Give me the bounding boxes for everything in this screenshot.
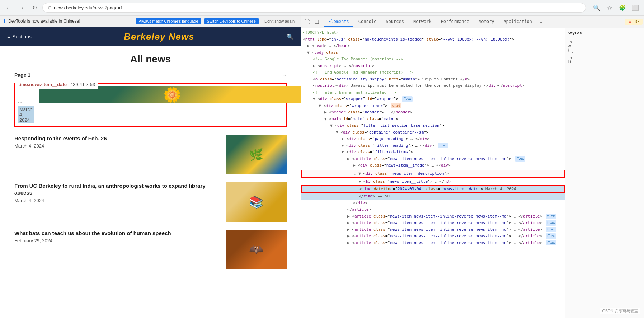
tree-line-noscript2[interactable]: <noscript><div> Javascript must be enabl… xyxy=(301,83,565,89)
forward-button[interactable]: → xyxy=(17,3,27,13)
tab-performance[interactable]: Performance xyxy=(437,17,474,27)
search-icon[interactable]: 🔍 xyxy=(592,3,602,13)
tree-line-time[interactable]: <time datetime="2024-03-04" class="news-… xyxy=(301,185,565,193)
tree-line-article2[interactable]: ▶ <article class="news-item news-item--i… xyxy=(301,213,565,220)
switch-chinese-button[interactable]: Switch DevTools to Chinese xyxy=(204,18,259,24)
styles-content: .n wi { } .n it xyxy=(568,38,642,64)
dont-show-button[interactable]: Don't show again xyxy=(262,18,297,24)
news-item-3-image: 📚 xyxy=(226,182,287,222)
tree-line-doctype[interactable]: <!DOCTYPE html> xyxy=(301,29,565,36)
news-item-3-title[interactable]: From UC Berkeley to rural India, an anth… xyxy=(14,182,220,196)
tree-line-alert-comment[interactable]: <!-- alert banner not activated --> xyxy=(301,89,565,96)
tree-line-gtm-comment[interactable]: <!-- Google Tag Manager (noscript) --> xyxy=(301,56,565,63)
site-title: Berkeley News xyxy=(124,31,194,42)
warning-badge: 🔺 33 xyxy=(625,19,643,25)
tree-line-article-close[interactable]: </article> xyxy=(301,206,565,213)
tree-line-filtered-items[interactable]: ▼ <div class="filtered-items"> xyxy=(301,149,565,156)
tab-network[interactable]: Network xyxy=(409,17,436,27)
devtools-right-panel: Styles .n wi { } .n it xyxy=(565,28,644,318)
tab-memory[interactable]: Memory xyxy=(474,17,498,27)
tree-line-div-close[interactable]: </div> xyxy=(301,200,565,207)
bookmark-icon[interactable]: ☆ xyxy=(605,3,615,13)
site-search-icon[interactable]: 🔍 xyxy=(287,33,294,40)
back-button[interactable]: ← xyxy=(4,3,14,13)
news-item-1-image: 🌼 xyxy=(39,86,301,103)
news-item-2-text: Responding to the events of Feb. 26 Marc… xyxy=(14,135,220,174)
news-item-4-title[interactable]: What bats can teach us about the evoluti… xyxy=(14,230,220,237)
more-tabs-button[interactable]: » xyxy=(537,18,544,26)
news-item-1-title: ... xyxy=(18,97,34,104)
tree-line-news-image[interactable]: ▶ <div class="news-item__image"> … </div… xyxy=(301,162,565,169)
site-content: All news Page 1 → time.news-item__date 4… xyxy=(0,46,301,318)
tree-line-main[interactable]: ▼ <main id="main" class="main"> xyxy=(301,116,565,123)
next-arrow[interactable]: → xyxy=(282,72,287,78)
tree-line-filter-section[interactable]: ▼ <div class="filter-list-section base-s… xyxy=(301,122,565,129)
reload-button[interactable]: ↻ xyxy=(29,3,39,13)
browser-chrome: ← → ↻ ⊙ news.berkeley.edu/news?page=1 🔍 … xyxy=(0,0,644,16)
tree-line-article4[interactable]: ▶ <article class="news-item news-item--i… xyxy=(301,226,565,233)
tree-line-wrapper-inner[interactable]: ▼ <div class="wrapper-inner"> grid xyxy=(301,103,565,109)
tab-sources[interactable]: Sources xyxy=(381,17,408,27)
tree-line-skip-link[interactable]: <a class="accessibility skippy" href="#m… xyxy=(301,76,565,83)
news-item-4-text: What bats can teach us about the evoluti… xyxy=(14,230,220,269)
tree-line-header[interactable]: ▶ <header class="header"> … </header> xyxy=(301,109,565,116)
news-item-2-date: March 4, 2024 xyxy=(14,143,220,149)
tree-line-wrapper[interactable]: ▼ <div class="wrapper" id="wrapper"> fle… xyxy=(301,96,565,103)
news-item-1-date: March 4, 2024 xyxy=(18,106,34,123)
window-icon[interactable]: ⬜ xyxy=(630,3,640,13)
match-language-button[interactable]: Always match Chrome's language xyxy=(136,18,201,24)
sections-menu-button[interactable]: ≡ Sections xyxy=(7,34,32,39)
page-label-row: Page 1 → xyxy=(14,72,287,78)
extensions-icon[interactable]: 🧩 xyxy=(617,3,627,13)
tree-line-head[interactable]: ▶ <head> … </head> xyxy=(301,43,565,50)
inspector-icon[interactable]: ⛶ xyxy=(303,18,311,26)
tooltip-box: time.news-item__date 439.41 × 53 xyxy=(15,80,98,89)
sections-label: Sections xyxy=(12,34,32,39)
tooltip-size: 439.41 × 53 xyxy=(70,82,95,87)
tree-line-time-close[interactable]: </time> == $0 xyxy=(301,193,565,200)
tree-line-page-heading[interactable]: ▶ <div class="page-heading"> … </div> xyxy=(301,136,565,142)
news-item-3: From UC Berkeley to rural India, an anth… xyxy=(14,182,287,222)
address-bar[interactable]: ⊙ news.berkeley.edu/news?page=1 xyxy=(42,3,586,13)
webpage-panel: ℹ DevTools is now available in Chinese! … xyxy=(0,16,301,318)
tooltip-element-name: time.news-item__date xyxy=(18,82,67,87)
news-item-4: What bats can teach us about the evoluti… xyxy=(14,230,287,269)
tab-application[interactable]: Application xyxy=(499,17,536,27)
tree-line-article6[interactable]: ▶ <article class="news-item news-item--i… xyxy=(301,240,565,247)
info-icon: ℹ xyxy=(4,18,5,24)
tab-elements[interactable]: Elements xyxy=(324,17,353,27)
devtools-panel: ⛶ ☐ Elements Console Sources Network Per… xyxy=(301,16,644,318)
identity-icon: ⊙ xyxy=(48,5,52,10)
news-item-2-image: 🌿 xyxy=(226,135,287,174)
tree-line-noscript[interactable]: ▶ <noscript> … </noscript> xyxy=(301,63,565,70)
devtools-notification-bar: ℹ DevTools is now available in Chinese! … xyxy=(0,16,301,27)
news-item-2: Responding to the events of Feb. 26 Marc… xyxy=(14,135,287,174)
site-header: ≡ Sections Berkeley News 🔍 xyxy=(0,27,301,46)
tree-line-filter-heading[interactable]: ▶ <div class="filter-heading"> … </div> … xyxy=(301,142,565,149)
tree-line-html[interactable]: <html lang="en-us" class="no-touchevents… xyxy=(301,36,565,43)
news-item-4-image: 🦇 xyxy=(226,230,287,269)
notification-text: DevTools is now available in Chinese! xyxy=(8,19,133,24)
tree-line-body[interactable]: ▼ <body class= xyxy=(301,50,565,56)
main-layout: ℹ DevTools is now available in Chinese! … xyxy=(0,16,644,318)
tree-line-h3-title[interactable]: ▶ <h3 class="news-item__title"> … </h3> xyxy=(301,178,565,185)
news-item-1-text: ... March 4, 2024 xyxy=(18,86,34,123)
news-item-2-title[interactable]: Responding to the events of Feb. 26 xyxy=(14,135,220,142)
tree-line-article1[interactable]: ▶ <article class="news-item news-item--i… xyxy=(301,156,565,163)
tree-line-container[interactable]: ▼ <div class="container container--sm"> xyxy=(301,129,565,136)
news-item-3-text: From UC Berkeley to rural India, an anth… xyxy=(14,182,220,222)
browser-toolbar-icons: 🔍 ☆ 🧩 ⬜ xyxy=(592,3,640,13)
devtools-tree: <!DOCTYPE html> <html lang="en-us" class… xyxy=(301,28,565,318)
device-icon[interactable]: ☐ xyxy=(313,18,321,26)
tree-line-article5[interactable]: ▶ <article class="news-item news-item--i… xyxy=(301,233,565,240)
news-item-3-date: March 4, 2024 xyxy=(14,198,220,203)
devtools-tool-icons: ⛶ ☐ xyxy=(303,18,321,26)
tab-console[interactable]: Console xyxy=(354,17,381,27)
tree-line-gtm-end-comment[interactable]: <!-- End Google Tag Manager (noscript) -… xyxy=(301,69,565,76)
news-text: News xyxy=(166,31,194,42)
devtools-tabs: ⛶ ☐ Elements Console Sources Network Per… xyxy=(301,16,644,28)
tree-line-article3[interactable]: ▶ <article class="news-item news-item--i… xyxy=(301,220,565,226)
tree-line-news-desc[interactable]: … ▼ <div class="news-item__description"> xyxy=(301,170,565,178)
devtools-content: <!DOCTYPE html> <html lang="en-us" class… xyxy=(301,28,644,318)
news-item-1: time.news-item__date 439.41 × 53 ... Mar… xyxy=(14,83,287,127)
